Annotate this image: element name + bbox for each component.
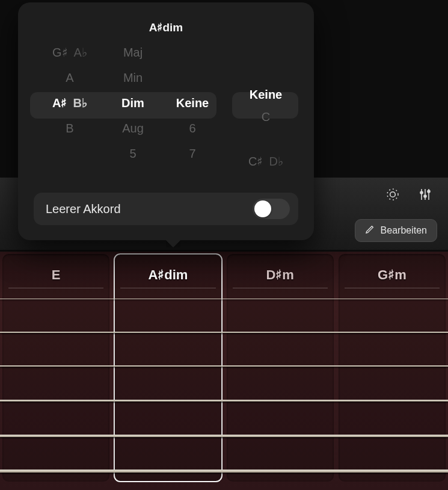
popover-arrow — [166, 239, 180, 247]
chord-pad-label: D♯m — [227, 267, 334, 283]
wheel-item[interactable]: Min — [103, 65, 162, 90]
wheel-item[interactable]: Dim — [103, 90, 162, 116]
app-root: Bearbeiten EA♯dimD♯mG♯m A♯dim G♯A♭AA♯B♭B… — [0, 0, 448, 490]
wheel-item[interactable]: C — [236, 106, 296, 128]
edit-button-label: Bearbeiten — [381, 225, 427, 236]
guitar-string[interactable] — [0, 435, 448, 437]
empty-chord-toggle[interactable] — [253, 199, 290, 219]
chord-quality-wheel[interactable]: MajMinDimAug5 — [103, 40, 162, 172]
popover-title: A♯dim — [18, 20, 314, 34]
chord-pad-label: E — [2, 267, 109, 283]
wheel-item[interactable]: C♯D♭ — [236, 150, 296, 172]
wheel-item[interactable]: Keine — [236, 84, 296, 106]
svg-point-0 — [390, 191, 396, 197]
tension-wheel[interactable]: Keine67 — [162, 40, 222, 172]
svg-point-6 — [424, 195, 426, 197]
mixer-icon[interactable] — [418, 187, 432, 202]
wheel-item[interactable]: G♯A♭ — [36, 40, 103, 65]
wheel-item[interactable] — [162, 65, 222, 90]
picker-wheels: G♯A♭AA♯B♭B MajMinDimAug5 Keine67 KeineCC… — [36, 40, 296, 172]
wheel-item[interactable]: 6 — [162, 116, 222, 141]
edit-button[interactable]: Bearbeiten — [355, 219, 437, 242]
pad-underline — [233, 288, 328, 288]
svg-point-5 — [420, 191, 423, 194]
wheel-item[interactable]: B — [36, 116, 103, 141]
chord-pad-label: G♯m — [339, 267, 446, 283]
wheel-item[interactable]: Aug — [103, 116, 162, 141]
wheel-item[interactable]: A♯B♭ — [36, 90, 103, 116]
wheel-item[interactable]: 5 — [103, 141, 162, 166]
pad-underline — [345, 288, 440, 288]
chord-pad[interactable]: G♯m — [339, 254, 446, 482]
toggle-knob — [254, 200, 271, 217]
chord-pad[interactable]: D♯m — [227, 254, 334, 482]
wheel-item[interactable] — [236, 40, 296, 62]
guitar-string[interactable] — [0, 400, 448, 402]
guitar-string[interactable] — [0, 299, 448, 299]
fretboard: EA♯dimD♯mG♯m — [0, 252, 448, 490]
chord-editor-popover: A♯dim G♯A♭AA♯B♭B MajMinDimAug5 Keine67 K… — [18, 2, 314, 240]
wheel-item[interactable] — [236, 62, 296, 84]
guitar-string[interactable] — [0, 365, 448, 367]
guitar-string[interactable] — [0, 332, 448, 333]
empty-chord-row: Leerer Akkord — [34, 193, 298, 225]
chord-pad-row: EA♯dimD♯mG♯m — [0, 250, 448, 485]
pencil-icon — [365, 225, 375, 237]
pad-underline — [120, 288, 215, 288]
chord-pad-label: A♯dim — [114, 267, 221, 283]
wheel-item[interactable] — [162, 40, 222, 65]
brightness-icon[interactable] — [385, 187, 400, 202]
guitar-string[interactable] — [0, 470, 448, 473]
wheel-item[interactable]: Maj — [103, 40, 162, 65]
pad-underline — [8, 288, 103, 288]
bass-note-wheel[interactable]: KeineCC♯D♭ — [236, 40, 296, 172]
wheel-item[interactable]: 7 — [162, 141, 222, 166]
root-note-wheel[interactable]: G♯A♭AA♯B♭B — [36, 40, 103, 172]
empty-chord-label: Leerer Akkord — [46, 202, 121, 216]
svg-point-1 — [387, 189, 398, 200]
wheel-item[interactable]: A — [36, 65, 103, 90]
wheel-item[interactable] — [236, 128, 296, 150]
wheel-item[interactable]: Keine — [162, 90, 222, 116]
chord-pad[interactable]: A♯dim — [114, 254, 221, 482]
svg-point-7 — [428, 190, 430, 193]
chord-pad[interactable]: E — [2, 254, 109, 482]
